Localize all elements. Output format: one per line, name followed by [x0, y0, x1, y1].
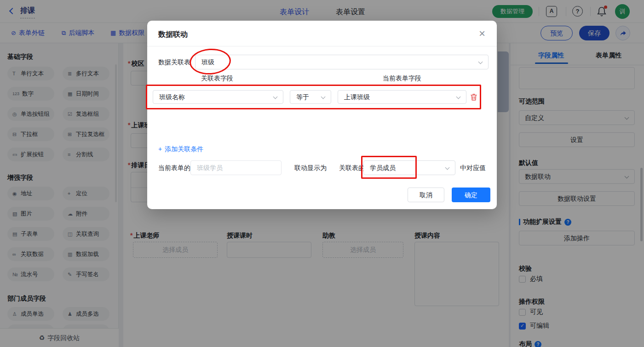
plus-icon: +: [158, 145, 162, 153]
relation-table-select[interactable]: 班级: [195, 55, 489, 69]
mapping-current-prefix: 当前表单的: [158, 164, 190, 172]
data-linkage-modal: 数据联动 × 数据关联表 班级 关联表字段 当前表单字段 班级名称 等于 上课班…: [147, 21, 497, 209]
annotation-box-relation-field: [361, 156, 417, 179]
mapping-suffix-text: 中对应值: [460, 164, 486, 172]
add-condition-link[interactable]: +添加关联条件: [158, 145, 203, 154]
cancel-button[interactable]: 取消: [408, 188, 444, 202]
mapping-middle-text: 联动显示为: [294, 164, 327, 172]
modal-title: 数据联动: [158, 30, 188, 40]
close-icon[interactable]: ×: [476, 27, 489, 40]
chevron-down-icon: [478, 60, 483, 64]
mapping-current-field-input[interactable]: 班级学员: [190, 160, 282, 175]
annotation-box-condition-row: [146, 85, 481, 109]
confirm-button[interactable]: 确定: [452, 188, 490, 202]
divider: [147, 46, 497, 46]
chevron-down-icon: [445, 165, 450, 170]
relation-table-label: 数据关联表: [158, 58, 190, 67]
column-header-current-field: 当前表单字段: [383, 74, 421, 83]
app-window: 排课 表单设计 表单设置 数据管理 A ? 训 ⊘表单外链 ⧉后端脚本 ▦数据权…: [0, 0, 644, 347]
column-header-relation-field: 关联表字段: [201, 74, 233, 83]
